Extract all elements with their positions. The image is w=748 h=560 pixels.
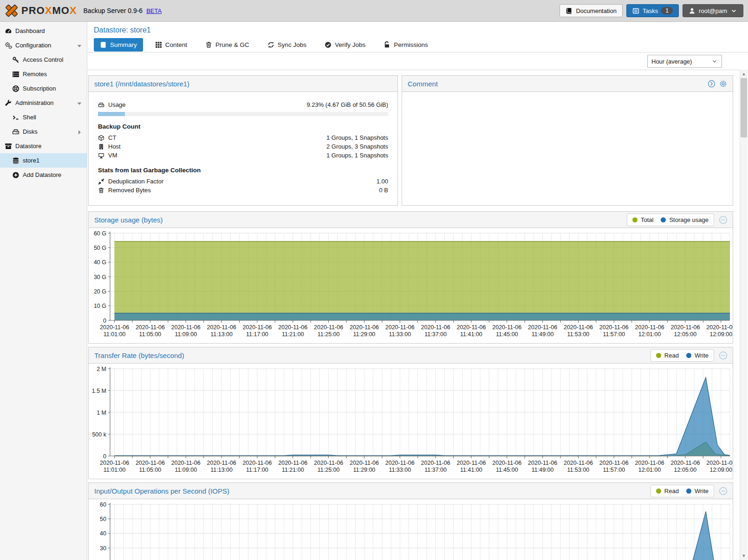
tab-sync-jobs[interactable]: Sync Jobs — [261, 38, 312, 52]
sidebar-item-subscription[interactable]: Subscription — [0, 81, 87, 96]
legend-dot — [656, 488, 661, 494]
info-value: 2 Groups, 3 Snapshots — [326, 143, 388, 150]
svg-text:2020-11-06: 2020-11-06 — [136, 324, 165, 331]
svg-text:2020-11-06: 2020-11-06 — [350, 460, 379, 466]
svg-text:500 k: 500 k — [92, 431, 106, 438]
svg-text:11:01:00: 11:01:00 — [104, 331, 126, 338]
vertical-scrollbar[interactable]: ▲ ▼ — [740, 70, 748, 560]
info-value: 1.00 — [377, 178, 388, 185]
sidebar: DashboardConfigurationAccess ControlRemo… — [0, 22, 87, 560]
collapse-panel-icon[interactable] — [719, 215, 728, 224]
legend-item-read[interactable]: Read — [656, 352, 679, 359]
tab-permissions[interactable]: Permissions — [377, 38, 434, 52]
collapse-panel-icon[interactable] — [719, 351, 728, 360]
legend-item-total[interactable]: Total — [632, 216, 653, 223]
gc-stats-title: Stats from last Garbage Collection — [98, 167, 388, 174]
scroll-down-arrow[interactable]: ▼ — [740, 552, 748, 560]
svg-text:2020-11-06: 2020-11-06 — [350, 324, 379, 331]
sidebar-item-disks[interactable]: Disks — [0, 124, 87, 139]
svg-text:50: 50 — [100, 516, 106, 522]
backup-count-title: Backup Count — [98, 123, 388, 130]
chart-toolbar: Hour (average) — [87, 52, 748, 70]
svg-text:11:45:00: 11:45:00 — [496, 331, 518, 338]
compress-icon — [98, 178, 104, 185]
legend-dot — [656, 353, 661, 358]
sidebar-item-label: Configuration — [15, 42, 51, 49]
svg-text:2020-11-06: 2020-11-06 — [100, 460, 129, 466]
svg-text:2020-11-06: 2020-11-06 — [564, 324, 593, 331]
tab-content[interactable]: Content — [149, 38, 193, 52]
legend-dot — [686, 488, 691, 494]
svg-text:2 M: 2 M — [97, 366, 106, 372]
sidebar-item-label: Dashboard — [15, 27, 45, 34]
legend-dot — [661, 217, 666, 222]
svg-text:2020-11-06: 2020-11-06 — [314, 324, 343, 331]
tab-label: Sync Jobs — [278, 41, 306, 48]
svg-text:2020-11-06: 2020-11-06 — [100, 324, 129, 331]
sidebar-item-label: Disks — [23, 128, 38, 135]
datastore-summary-panel: store1 (/mnt/datastores/store1) Usage 9.… — [88, 75, 398, 206]
svg-text:2020-11-06: 2020-11-06 — [242, 460, 272, 466]
legend-item-read[interactable]: Read — [656, 488, 679, 495]
time-range-select[interactable]: Hour (average) — [647, 55, 722, 68]
sidebar-item-datastore[interactable]: Datastore — [0, 139, 87, 153]
comment-panel-title: Comment — [408, 80, 438, 88]
legend-item-write[interactable]: Write — [686, 352, 709, 359]
svg-text:50 G: 50 G — [94, 245, 106, 251]
book-icon — [100, 41, 107, 48]
caret-down-icon[interactable] — [76, 42, 83, 49]
tasks-count-badge: 1 — [661, 7, 673, 14]
wrench-icon — [5, 99, 12, 107]
documentation-button[interactable]: Documentation — [559, 4, 622, 17]
tab-summary[interactable]: Summary — [94, 38, 143, 52]
user-menu-button[interactable]: root@pam — [683, 4, 743, 17]
legend-item-storage-usage[interactable]: Storage usage — [661, 216, 709, 223]
svg-text:11:13:00: 11:13:00 — [210, 467, 233, 473]
svg-text:11:09:00: 11:09:00 — [175, 331, 197, 338]
sidebar-item-access-control[interactable]: Access Control — [0, 52, 87, 67]
svg-text:40 G: 40 G — [94, 259, 106, 266]
info-row-removed-bytes: Removed Bytes0 B — [98, 186, 388, 195]
caret-right-icon[interactable] — [76, 129, 83, 135]
svg-text:11:57:00: 11:57:00 — [603, 331, 625, 338]
legend-dot — [632, 217, 637, 222]
sidebar-item-label: Remotes — [23, 71, 47, 78]
gear-icon[interactable] — [719, 80, 727, 88]
sidebar-item-configuration[interactable]: Configuration — [0, 38, 87, 52]
tasks-button-label: Tasks — [643, 7, 658, 14]
info-value: 1 Groups, 1 Snapshots — [326, 134, 388, 141]
scroll-up-arrow[interactable]: ▲ — [740, 70, 748, 78]
documentation-button-label: Documentation — [576, 7, 616, 14]
svg-text:11:09:00: 11:09:00 — [175, 467, 197, 473]
sidebar-item-dashboard[interactable]: Dashboard — [0, 24, 87, 38]
sidebar-item-shell[interactable]: Shell — [0, 110, 87, 124]
tab-label: Summary — [110, 41, 137, 48]
sidebar-item-add-datastore[interactable]: Add Datastore — [0, 168, 87, 182]
sidebar-item-remotes[interactable]: Remotes — [0, 67, 87, 81]
scrollbar-thumb[interactable] — [741, 78, 747, 137]
sidebar-item-label: Add Datastore — [23, 171, 61, 178]
collapse-panel-icon[interactable] — [719, 487, 728, 495]
comment-panel: Comment — [402, 75, 733, 206]
svg-text:12:05:00: 12:05:00 — [674, 331, 697, 338]
tab-verify-jobs[interactable]: Verify Jobs — [319, 38, 371, 52]
tasks-button[interactable]: Tasks 1 — [626, 4, 679, 17]
beta-link[interactable]: BETA — [146, 7, 162, 14]
caret-down-icon[interactable] — [76, 100, 83, 106]
archive-icon — [5, 143, 12, 150]
sidebar-item-store1[interactable]: store1 — [0, 153, 87, 168]
svg-text:2020-11-06: 2020-11-06 — [456, 460, 486, 466]
svg-text:2020-11-06: 2020-11-06 — [706, 324, 733, 331]
svg-text:11:49:00: 11:49:00 — [532, 467, 554, 473]
tab-prune-gc[interactable]: Prune & GC — [199, 38, 255, 52]
hdd-icon — [98, 102, 104, 108]
legend-item-write[interactable]: Write — [686, 488, 709, 495]
sidebar-item-administration[interactable]: Administration — [0, 96, 87, 110]
legend-label: Read — [664, 488, 679, 495]
svg-text:11:21:00: 11:21:00 — [282, 467, 304, 473]
page-title: Datastore: store1 — [94, 26, 151, 34]
gears-icon — [5, 42, 12, 49]
monitor-icon — [98, 152, 104, 159]
expand-circle-icon[interactable] — [708, 80, 715, 88]
svg-text:11:21:00: 11:21:00 — [282, 331, 304, 338]
